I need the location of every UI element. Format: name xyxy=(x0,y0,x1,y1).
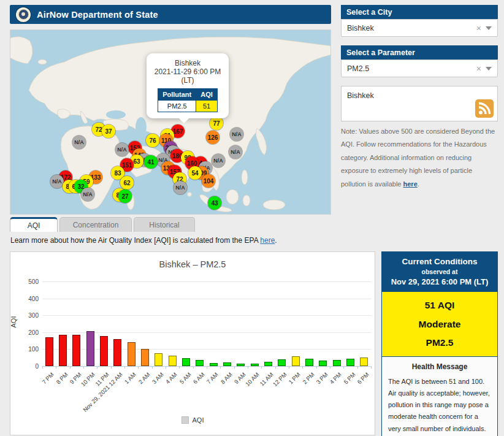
aqi-map-marker[interactable]: 27 xyxy=(118,189,132,203)
chart-x-tick xyxy=(124,366,125,369)
chart-bar xyxy=(59,335,67,366)
chart-x-tick xyxy=(83,366,84,369)
tab-historical[interactable]: Historical xyxy=(134,217,195,232)
rss-feed-icon[interactable] xyxy=(475,99,494,118)
chart-bar xyxy=(210,363,218,366)
cc-datetime: Nov 29, 2021 6:00 PM (LT) xyxy=(384,277,495,286)
chart-x-tick xyxy=(261,366,262,369)
chart-x-tick xyxy=(371,366,372,369)
popup-table: Pollutant AQI PM2.5 51 xyxy=(158,88,218,112)
aqi-map-marker[interactable]: N/A xyxy=(212,154,225,167)
note-suffix: . xyxy=(418,180,419,188)
aqi-map-marker[interactable]: N/A xyxy=(229,145,242,159)
aqi-map-marker[interactable]: N/A xyxy=(174,181,187,194)
tab-concentration[interactable]: Concentration xyxy=(59,217,132,232)
chart-x-tick xyxy=(97,366,97,369)
cc-subtitle: observed at xyxy=(384,268,495,275)
chart-x-tick xyxy=(207,366,207,369)
current-conditions-panel: Current Conditions observed at Nov 29, 2… xyxy=(381,251,498,436)
select-city-header: Select a City xyxy=(341,5,498,19)
note-text: Note: Values above 500 are considered Be… xyxy=(341,128,495,188)
city-select-value: Bishkek xyxy=(347,24,472,33)
aqi-map-marker[interactable]: N/A xyxy=(115,143,129,156)
parameter-clear-icon[interactable]: × xyxy=(472,64,486,73)
view-tabs: AQI Concentration Historical xyxy=(10,217,195,232)
city-select[interactable]: Bishkek × xyxy=(341,19,498,37)
department-of-state-seal-logo xyxy=(16,7,31,22)
chart-title: Bishkek – PM2.5 xyxy=(10,259,375,269)
city-clear-icon[interactable]: × xyxy=(472,24,486,33)
chart-x-tick xyxy=(275,366,276,369)
popup-timezone: (LT) xyxy=(151,76,224,85)
cc-footer-note: Note: Values above 500 are considered Be… xyxy=(381,434,499,436)
chart-bar xyxy=(292,356,300,366)
cc-aqi-value: 51 AQI xyxy=(384,300,495,310)
cc-category: Moderate xyxy=(384,319,495,329)
cc-aqi-box: 51 AQI Moderate PM2.5 xyxy=(382,292,497,357)
learn-more-text: Learn more about how the Air Quality Ind… xyxy=(10,236,277,245)
aqi-map-marker[interactable]: 104 xyxy=(202,174,215,188)
chart-bar xyxy=(264,362,272,366)
popup-city: Bishkek xyxy=(151,59,224,67)
chart-bar xyxy=(182,358,190,366)
learn-more-suffix: . xyxy=(275,236,277,245)
chart-bar xyxy=(305,359,313,366)
chart-x-tick xyxy=(302,366,303,369)
parameter-select[interactable]: PM2.5 × xyxy=(341,59,498,77)
chart-x-tick xyxy=(111,366,112,369)
chart-x-tick xyxy=(70,366,71,369)
popup-datetime: 2021-11-29 6:00 PM xyxy=(151,67,224,76)
popup-aqi-value: 51 xyxy=(196,101,218,112)
tab-aqi[interactable]: AQI xyxy=(10,217,58,232)
chart-x-tick xyxy=(289,366,289,369)
aqi-map-marker[interactable]: 126 xyxy=(206,131,220,144)
aqi-map-marker[interactable]: 43 xyxy=(208,196,221,210)
chart-x-tick xyxy=(248,366,248,369)
chart-x-tick xyxy=(138,366,139,369)
aqi-map-marker[interactable]: N/A xyxy=(230,128,243,141)
chart-x-tick xyxy=(316,366,317,369)
note-here-link[interactable]: here xyxy=(403,180,418,188)
chart-x-tick xyxy=(193,366,194,369)
aqi-world-map[interactable]: 777237167N/A9112676110N/A152215N/AN/AN/A… xyxy=(10,29,331,215)
chart-y-tick-label: 300 xyxy=(18,312,39,319)
chart-x-tick xyxy=(330,366,330,369)
chart-x-tick xyxy=(343,366,344,369)
select-parameter-header: Select a Parameter xyxy=(341,45,498,59)
map-popup: Bishkek 2021-11-29 6:00 PM (LT) Pollutan… xyxy=(147,53,229,118)
chart-gridline xyxy=(42,315,371,316)
aqi-map-marker[interactable]: N/A xyxy=(50,175,64,188)
feed-city-label: Bishkek xyxy=(347,91,374,100)
aqi-map-marker[interactable]: N/A xyxy=(72,136,86,149)
aqi-map-marker[interactable]: 54 xyxy=(188,166,202,180)
aqi-map-marker[interactable]: 77 xyxy=(210,117,223,130)
chart-x-tick xyxy=(42,366,43,369)
chart-y-tick-label: 100 xyxy=(18,346,39,353)
chart-bar xyxy=(169,356,177,366)
chart-bar xyxy=(251,364,259,366)
chart-gridline xyxy=(42,299,371,299)
chart-bar xyxy=(223,362,231,366)
city-feed-box: Bishkek xyxy=(341,86,498,121)
learn-more-link[interactable]: here xyxy=(260,236,275,245)
chart-x-tick xyxy=(56,366,56,369)
aqi-map-marker[interactable]: 76 xyxy=(146,134,159,147)
chart-y-tick-label: 400 xyxy=(18,296,39,302)
chart-y-tick-label: 200 xyxy=(18,329,39,336)
popup-pollutant-value: PM2.5 xyxy=(158,101,196,112)
chart-bar xyxy=(155,353,162,366)
aqi-map-marker[interactable]: 41 xyxy=(144,155,158,169)
chart-bar xyxy=(196,360,204,366)
parameter-caret-down-icon[interactable] xyxy=(486,67,492,71)
aqi-map-marker[interactable]: 62 xyxy=(120,176,134,189)
parameter-select-value: PM2.5 xyxy=(347,64,472,73)
aqi-map-marker[interactable]: 37 xyxy=(102,124,115,138)
page-title: AirNow Department of State xyxy=(37,10,158,20)
city-caret-down-icon[interactable] xyxy=(486,26,492,30)
aqi-map-marker[interactable]: N/A xyxy=(81,188,94,201)
chart-bar xyxy=(333,360,341,366)
chart-y-axis-label: AQI xyxy=(10,316,17,328)
chart-bar xyxy=(319,361,327,366)
chart-bar xyxy=(113,339,121,366)
chart-bar xyxy=(72,335,80,366)
